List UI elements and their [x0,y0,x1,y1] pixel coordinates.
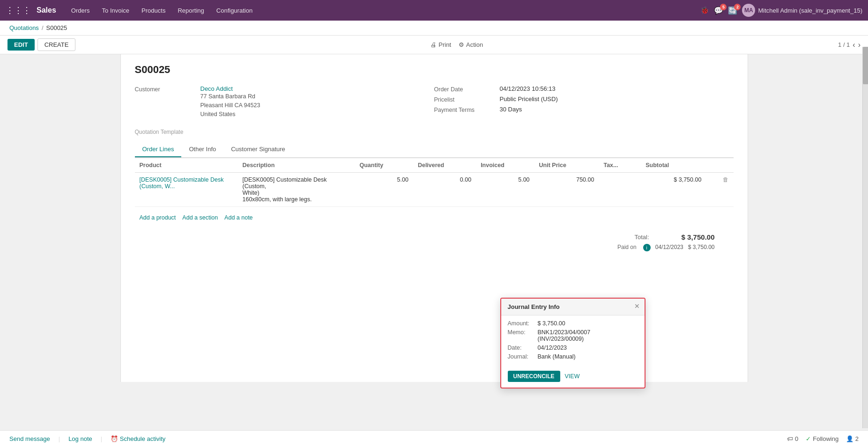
th-subtotal: Subtotal [641,158,706,173]
th-delivered: Delivered [413,158,476,173]
action-button[interactable]: ⚙ Action [459,41,483,48]
jp-memo-value: BNK1/2023/04/0007 (INV/2023/00009) [538,329,638,342]
table-header-row: Product Description Quantity Delivered I… [135,158,734,173]
view-button[interactable]: VIEW [565,373,580,380]
total-value: $ 3,750.00 [668,233,715,241]
edit-button[interactable]: EDIT [7,39,35,51]
jp-date-label: Date: [508,344,534,351]
nav-reporting[interactable]: Reporting [173,5,208,16]
table-row: [DESK0005] Customizable Desk (Custom, W.… [135,173,734,207]
customer-addr2: Pleasant Hill CA 94523 [200,101,260,110]
jp-amount-row: Amount: $ 3,750.00 [508,320,638,327]
update-icon[interactable]: 🔄 2 [728,6,737,15]
scrollbar[interactable] [862,47,868,428]
clock-icon: ⏰ [111,435,118,440]
add-product-link[interactable]: Add a product [140,214,176,221]
person-icon: 👤 [846,435,853,440]
total-label: Total: [612,234,649,241]
journal-entry-popup: Journal Entry Info ✕ Amount: $ 3,750.00 … [500,298,645,388]
add-section-link[interactable]: Add a section [182,214,218,221]
th-description: Description [238,158,355,173]
breadcrumb-parent[interactable]: Quotations [9,24,39,31]
quotation-template-label: Quotation Template [135,129,734,135]
product-quantity: 5.00 [355,173,413,207]
username: Mitchell Admin (sale_inv_payment_15) [758,7,862,14]
brand-name[interactable]: Sales [37,6,56,15]
journal-popup-body: Amount: $ 3,750.00 Memo: BNK1/2023/04/00… [501,315,645,367]
tabs: Order Lines Other Info Customer Signatur… [135,142,734,158]
product-subtotal: $ 3,750.00 [641,173,706,207]
schedule-activity-link[interactable]: ⏰ Schedule activity [111,435,165,440]
desc-line3: 160x80cm, with large legs. [243,196,350,203]
record-title: S00025 [135,64,734,76]
customer-name[interactable]: Deco Addict [200,85,260,92]
unreconcile-button[interactable]: UNRECONCILE [508,371,560,382]
th-tax: Tax... [599,158,641,173]
product-name[interactable]: [DESK0005] Customizable Desk (Custom, W.… [135,173,238,207]
nav-products[interactable]: Products [137,5,170,16]
tag-icon: 🏷 [787,435,793,440]
popup-close-button[interactable]: ✕ [634,302,640,310]
chat-badge: 5 [720,4,727,10]
bottom-bar: Send message | Log note | ⏰ Schedule act… [0,430,868,440]
check-icon: ✓ [806,435,811,440]
product-invoiced: 5.00 [476,173,534,207]
nav-configuration[interactable]: Configuration [212,5,257,16]
th-invoiced: Invoiced [476,158,534,173]
tab-other-info[interactable]: Other Info [181,142,223,157]
prev-arrow[interactable]: ‹ [853,41,855,49]
nav-orders[interactable]: Orders [67,5,95,16]
jp-journal-label: Journal: [508,353,534,360]
following-button[interactable]: ✓ Following [806,435,838,440]
totals-section: Total: $ 3,750.00 Paid on i 04/12/2023 $… [135,233,734,251]
paid-info-icon[interactable]: i [643,244,651,251]
next-arrow[interactable]: › [858,41,861,49]
create-button[interactable]: CREATE [37,38,76,51]
tab-customer-signature[interactable]: Customer Signature [223,142,293,157]
product-description: [DESK0005] Customizable Desk (Custom, Wh… [238,173,355,207]
grid-icon[interactable]: ⋮⋮⋮ [6,5,31,15]
pricelist-value: Public Pricelist (USD) [500,95,558,103]
order-table: Product Description Quantity Delivered I… [135,158,734,207]
product-tax [599,173,641,207]
delete-row-button[interactable]: 🗑 [706,173,733,207]
customer-addr1: 77 Santa Barbara Rd [200,92,260,101]
customer-addr3: United States [200,110,260,119]
journal-popup-title: Journal Entry Info [501,299,645,315]
jp-journal-row: Journal: Bank (Manual) [508,353,638,360]
bug-icon[interactable]: 🐞 [700,6,709,15]
user-menu[interactable]: MA Mitchell Admin (sale_inv_payment_15) [742,4,862,17]
update-badge: 2 [734,4,741,10]
paid-row: Paid on i 04/12/2023 $ 3,750.00 [612,244,715,251]
paid-on-amount: $ 3,750.00 [688,244,715,250]
pricelist-label: Pricelist [434,95,500,103]
customer-label: Customer [135,85,200,93]
product-unit-price: 750.00 [534,173,599,207]
add-note-link[interactable]: Add a note [224,214,252,221]
product-delivered: 0.00 [413,173,476,207]
gear-icon: ⚙ [459,41,464,48]
send-message-link[interactable]: Send message [9,435,50,440]
form-fields: Customer Deco Addict 77 Santa Barbara Rd… [135,85,734,121]
breadcrumb-separator: / [42,24,44,31]
totals-box: Total: $ 3,750.00 Paid on i 04/12/2023 $… [612,233,715,251]
chat-icon[interactable]: 💬 5 [714,6,723,15]
toolbar: EDIT CREATE 🖨 Print ⚙ Action 1 / 1 ‹ › [0,36,868,54]
form-col-right: Order Date 04/12/2023 10:56:13 Pricelist… [434,85,734,121]
paid-on-label: Paid on [617,244,637,250]
scrollbar-thumb[interactable] [863,47,868,84]
followers-count[interactable]: 👤 2 [846,435,859,440]
print-button[interactable]: 🖨 Print [430,41,451,48]
payment-terms-row: Payment Terms 30 Days [434,106,734,113]
pricelist-row: Pricelist Public Pricelist (USD) [434,95,734,103]
tag-count: 🏷 0 [787,435,798,440]
payment-terms-value: 30 Days [500,106,522,113]
total-row: Total: $ 3,750.00 [612,233,715,241]
add-links: Add a product Add a section Add a note [135,212,734,224]
tab-order-lines[interactable]: Order Lines [135,142,182,157]
avatar: MA [742,4,755,17]
nav-to-invoice[interactable]: To Invoice [97,5,134,16]
jp-amount-value: $ 3,750.00 [538,320,565,327]
th-quantity: Quantity [355,158,413,173]
log-note-link[interactable]: Log note [68,435,92,440]
